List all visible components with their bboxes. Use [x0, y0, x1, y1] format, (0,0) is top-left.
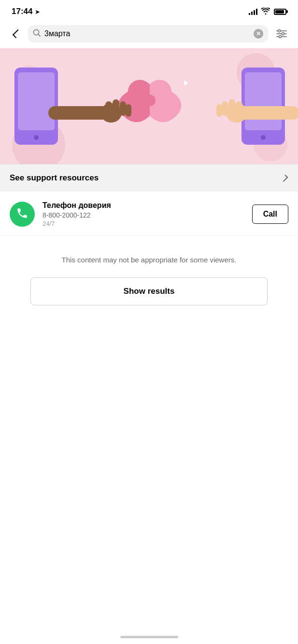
call-button[interactable]: Call	[252, 205, 288, 224]
wifi-icon	[261, 8, 270, 16]
filter-button[interactable]	[273, 25, 290, 42]
phone-icon-circle	[10, 202, 35, 227]
phone-number: 8-800-2000-122	[43, 211, 244, 219]
phone-card: Телефон доверия 8-800-2000-122 24/7 Call	[0, 193, 298, 235]
signal-icon	[249, 8, 257, 15]
status-icons	[249, 8, 286, 16]
signal-bar-4	[256, 9, 257, 15]
signal-bar-1	[249, 13, 250, 15]
svg-point-7	[279, 36, 282, 38]
content-warning-text: This content may not be appropriate for …	[10, 255, 288, 266]
search-icon	[33, 29, 41, 39]
svg-rect-31	[216, 104, 222, 117]
svg-line-1	[38, 34, 40, 36]
status-bar: 17:44 ➤	[0, 0, 298, 21]
svg-point-5	[282, 33, 284, 35]
location-arrow-icon: ➤	[35, 8, 40, 15]
svg-rect-17	[245, 72, 282, 130]
battery-fill	[275, 10, 284, 14]
search-input-wrapper[interactable]: 3марта ✕	[28, 25, 268, 42]
search-input[interactable]: 3марта	[44, 29, 250, 38]
banner-illustration	[0, 48, 298, 164]
battery-icon	[274, 9, 286, 15]
svg-rect-23	[113, 99, 119, 116]
time-display: 17:44	[12, 7, 32, 16]
clear-search-button[interactable]: ✕	[254, 29, 263, 39]
show-results-button[interactable]: Show results	[30, 277, 267, 305]
chevron-right-icon	[281, 175, 288, 182]
svg-rect-14	[18, 72, 55, 130]
svg-point-3	[278, 30, 281, 32]
svg-rect-22	[105, 101, 112, 116]
phone-title: Телефон доверия	[43, 201, 244, 210]
home-indicator	[120, 636, 178, 638]
support-resources-link[interactable]: See support resources	[0, 164, 298, 192]
svg-rect-24	[120, 101, 126, 116]
svg-point-18	[261, 135, 266, 140]
signal-bar-2	[251, 12, 253, 15]
content-warning-section: This content may not be appropriate for …	[0, 235, 298, 315]
back-button[interactable]	[8, 26, 23, 41]
back-chevron-icon	[12, 29, 21, 38]
svg-point-19	[144, 95, 156, 106]
clear-icon: ✕	[256, 31, 261, 37]
support-link-label: See support resources	[10, 173, 99, 183]
phone-info: Телефон доверия 8-800-2000-122 24/7	[43, 201, 244, 227]
svg-rect-30	[222, 101, 228, 116]
search-bar-container: 3марта ✕	[0, 21, 298, 48]
signal-bar-3	[254, 10, 255, 15]
svg-rect-28	[236, 101, 242, 116]
status-time: 17:44 ➤	[12, 7, 40, 16]
svg-rect-25	[126, 104, 131, 117]
phone-hours: 24/7	[43, 220, 244, 227]
filter-sliders-icon	[276, 29, 287, 39]
support-banner	[0, 48, 298, 164]
svg-rect-29	[228, 99, 235, 116]
phone-icon	[16, 207, 28, 221]
svg-point-15	[34, 135, 39, 140]
